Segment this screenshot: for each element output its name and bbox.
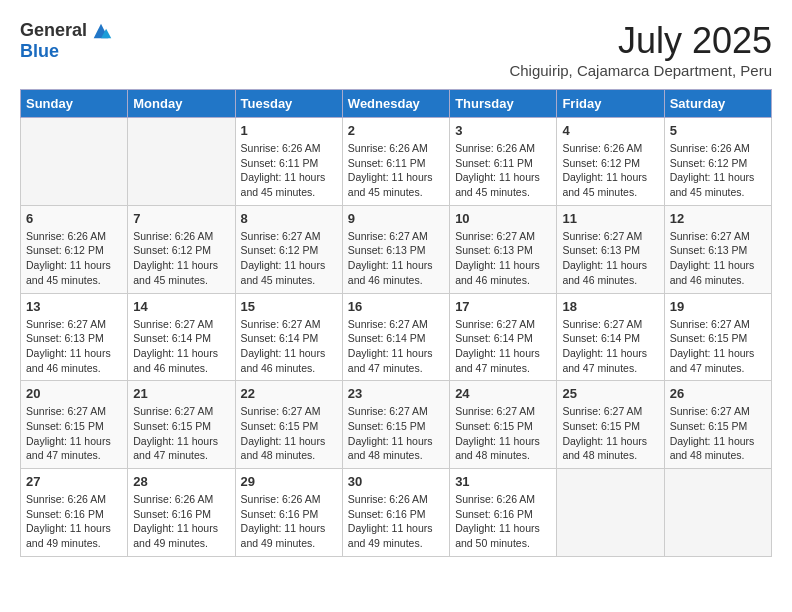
day-cell: 22Sunrise: 6:27 AMSunset: 6:15 PMDayligh…: [235, 381, 342, 469]
week-row-2: 6Sunrise: 6:26 AMSunset: 6:12 PMDaylight…: [21, 205, 772, 293]
day-cell: 7Sunrise: 6:26 AMSunset: 6:12 PMDaylight…: [128, 205, 235, 293]
day-number: 8: [241, 211, 337, 226]
day-cell: [21, 118, 128, 206]
weekday-header-wednesday: Wednesday: [342, 90, 449, 118]
day-cell: 28Sunrise: 6:26 AMSunset: 6:16 PMDayligh…: [128, 469, 235, 557]
day-info: Sunrise: 6:27 AMSunset: 6:15 PMDaylight:…: [455, 404, 551, 463]
title-area: July 2025 Chiguirip, Cajamarca Departmen…: [509, 20, 772, 79]
day-cell: 10Sunrise: 6:27 AMSunset: 6:13 PMDayligh…: [450, 205, 557, 293]
day-info: Sunrise: 6:26 AMSunset: 6:16 PMDaylight:…: [348, 492, 444, 551]
day-info: Sunrise: 6:26 AMSunset: 6:12 PMDaylight:…: [562, 141, 658, 200]
week-row-1: 1Sunrise: 6:26 AMSunset: 6:11 PMDaylight…: [21, 118, 772, 206]
month-title: July 2025: [509, 20, 772, 62]
day-info: Sunrise: 6:27 AMSunset: 6:14 PMDaylight:…: [133, 317, 229, 376]
day-info: Sunrise: 6:27 AMSunset: 6:15 PMDaylight:…: [562, 404, 658, 463]
day-info: Sunrise: 6:27 AMSunset: 6:14 PMDaylight:…: [455, 317, 551, 376]
day-cell: 31Sunrise: 6:26 AMSunset: 6:16 PMDayligh…: [450, 469, 557, 557]
day-cell: 27Sunrise: 6:26 AMSunset: 6:16 PMDayligh…: [21, 469, 128, 557]
day-cell: 14Sunrise: 6:27 AMSunset: 6:14 PMDayligh…: [128, 293, 235, 381]
week-row-5: 27Sunrise: 6:26 AMSunset: 6:16 PMDayligh…: [21, 469, 772, 557]
weekday-header-sunday: Sunday: [21, 90, 128, 118]
day-info: Sunrise: 6:27 AMSunset: 6:15 PMDaylight:…: [241, 404, 337, 463]
day-info: Sunrise: 6:27 AMSunset: 6:12 PMDaylight:…: [241, 229, 337, 288]
logo-icon: [90, 20, 112, 42]
weekday-header-thursday: Thursday: [450, 90, 557, 118]
day-number: 16: [348, 299, 444, 314]
day-info: Sunrise: 6:26 AMSunset: 6:16 PMDaylight:…: [133, 492, 229, 551]
day-cell: 18Sunrise: 6:27 AMSunset: 6:14 PMDayligh…: [557, 293, 664, 381]
day-cell: 16Sunrise: 6:27 AMSunset: 6:14 PMDayligh…: [342, 293, 449, 381]
day-info: Sunrise: 6:26 AMSunset: 6:11 PMDaylight:…: [348, 141, 444, 200]
day-info: Sunrise: 6:26 AMSunset: 6:12 PMDaylight:…: [670, 141, 766, 200]
day-info: Sunrise: 6:26 AMSunset: 6:16 PMDaylight:…: [455, 492, 551, 551]
day-cell: 13Sunrise: 6:27 AMSunset: 6:13 PMDayligh…: [21, 293, 128, 381]
day-number: 3: [455, 123, 551, 138]
day-number: 17: [455, 299, 551, 314]
day-number: 14: [133, 299, 229, 314]
day-info: Sunrise: 6:27 AMSunset: 6:13 PMDaylight:…: [455, 229, 551, 288]
day-cell: 30Sunrise: 6:26 AMSunset: 6:16 PMDayligh…: [342, 469, 449, 557]
day-info: Sunrise: 6:27 AMSunset: 6:15 PMDaylight:…: [670, 404, 766, 463]
day-cell: 23Sunrise: 6:27 AMSunset: 6:15 PMDayligh…: [342, 381, 449, 469]
day-cell: 19Sunrise: 6:27 AMSunset: 6:15 PMDayligh…: [664, 293, 771, 381]
calendar: SundayMondayTuesdayWednesdayThursdayFrid…: [20, 89, 772, 557]
week-row-4: 20Sunrise: 6:27 AMSunset: 6:15 PMDayligh…: [21, 381, 772, 469]
weekday-header-saturday: Saturday: [664, 90, 771, 118]
day-number: 4: [562, 123, 658, 138]
day-number: 13: [26, 299, 122, 314]
day-number: 15: [241, 299, 337, 314]
day-number: 19: [670, 299, 766, 314]
day-cell: [557, 469, 664, 557]
day-number: 24: [455, 386, 551, 401]
day-info: Sunrise: 6:27 AMSunset: 6:15 PMDaylight:…: [670, 317, 766, 376]
day-cell: 17Sunrise: 6:27 AMSunset: 6:14 PMDayligh…: [450, 293, 557, 381]
logo: General Blue: [20, 20, 112, 62]
day-info: Sunrise: 6:27 AMSunset: 6:15 PMDaylight:…: [348, 404, 444, 463]
day-info: Sunrise: 6:26 AMSunset: 6:12 PMDaylight:…: [26, 229, 122, 288]
day-number: 28: [133, 474, 229, 489]
day-info: Sunrise: 6:27 AMSunset: 6:14 PMDaylight:…: [562, 317, 658, 376]
day-number: 25: [562, 386, 658, 401]
day-info: Sunrise: 6:26 AMSunset: 6:11 PMDaylight:…: [455, 141, 551, 200]
day-number: 7: [133, 211, 229, 226]
day-info: Sunrise: 6:26 AMSunset: 6:16 PMDaylight:…: [26, 492, 122, 551]
day-cell: 15Sunrise: 6:27 AMSunset: 6:14 PMDayligh…: [235, 293, 342, 381]
day-cell: 12Sunrise: 6:27 AMSunset: 6:13 PMDayligh…: [664, 205, 771, 293]
day-number: 31: [455, 474, 551, 489]
day-cell: 8Sunrise: 6:27 AMSunset: 6:12 PMDaylight…: [235, 205, 342, 293]
weekday-header-monday: Monday: [128, 90, 235, 118]
logo-general: General: [20, 21, 87, 41]
day-number: 1: [241, 123, 337, 138]
day-number: 10: [455, 211, 551, 226]
day-info: Sunrise: 6:26 AMSunset: 6:12 PMDaylight:…: [133, 229, 229, 288]
day-cell: 6Sunrise: 6:26 AMSunset: 6:12 PMDaylight…: [21, 205, 128, 293]
subtitle: Chiguirip, Cajamarca Department, Peru: [509, 62, 772, 79]
day-cell: 2Sunrise: 6:26 AMSunset: 6:11 PMDaylight…: [342, 118, 449, 206]
weekday-header-row: SundayMondayTuesdayWednesdayThursdayFrid…: [21, 90, 772, 118]
day-cell: [664, 469, 771, 557]
day-number: 26: [670, 386, 766, 401]
day-info: Sunrise: 6:27 AMSunset: 6:14 PMDaylight:…: [348, 317, 444, 376]
day-cell: 11Sunrise: 6:27 AMSunset: 6:13 PMDayligh…: [557, 205, 664, 293]
day-cell: 9Sunrise: 6:27 AMSunset: 6:13 PMDaylight…: [342, 205, 449, 293]
day-number: 23: [348, 386, 444, 401]
day-info: Sunrise: 6:27 AMSunset: 6:15 PMDaylight:…: [26, 404, 122, 463]
day-number: 2: [348, 123, 444, 138]
day-number: 12: [670, 211, 766, 226]
day-number: 9: [348, 211, 444, 226]
day-cell: 24Sunrise: 6:27 AMSunset: 6:15 PMDayligh…: [450, 381, 557, 469]
day-cell: 26Sunrise: 6:27 AMSunset: 6:15 PMDayligh…: [664, 381, 771, 469]
day-info: Sunrise: 6:27 AMSunset: 6:13 PMDaylight:…: [348, 229, 444, 288]
day-cell: 3Sunrise: 6:26 AMSunset: 6:11 PMDaylight…: [450, 118, 557, 206]
day-info: Sunrise: 6:27 AMSunset: 6:13 PMDaylight:…: [26, 317, 122, 376]
day-number: 6: [26, 211, 122, 226]
day-info: Sunrise: 6:27 AMSunset: 6:15 PMDaylight:…: [133, 404, 229, 463]
day-cell: 29Sunrise: 6:26 AMSunset: 6:16 PMDayligh…: [235, 469, 342, 557]
day-number: 27: [26, 474, 122, 489]
day-cell: [128, 118, 235, 206]
day-number: 18: [562, 299, 658, 314]
day-number: 21: [133, 386, 229, 401]
logo-blue: Blue: [20, 42, 59, 62]
day-number: 30: [348, 474, 444, 489]
day-number: 22: [241, 386, 337, 401]
